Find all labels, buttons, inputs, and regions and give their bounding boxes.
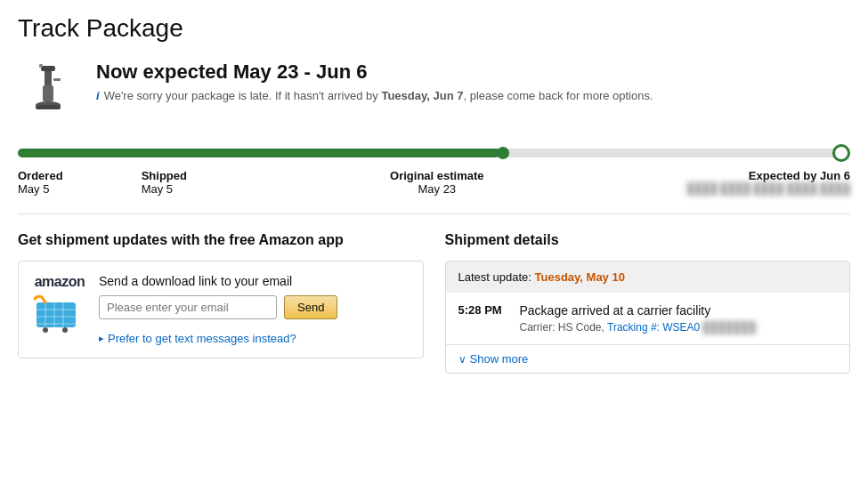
- send-button[interactable]: Send: [284, 295, 337, 319]
- app-promo-box: amazon: [18, 261, 424, 358]
- carrier-label: Carrier: HS Code,: [520, 321, 604, 334]
- label-expected: Expected by Jun 6 ████ ████ ████ ████ ██…: [687, 169, 850, 195]
- shipped-date: May 5: [142, 182, 187, 196]
- delivery-info: Now expected May 23 - Jun 6 i We're sorr…: [96, 60, 653, 102]
- shipment-event: 5:28 PM Package arrived at a carrier fac…: [446, 293, 850, 344]
- cart-icon: [33, 294, 86, 335]
- event-time: 5:28 PM: [458, 303, 507, 317]
- progress-current-dot: [497, 147, 509, 159]
- progress-section: Ordered May 5 Shipped May 5 Original est…: [18, 144, 850, 196]
- shipment-box: Latest update: Tuesday, May 10 5:28 PM P…: [445, 261, 851, 374]
- svg-rect-2: [43, 85, 53, 101]
- email-input[interactable]: [99, 295, 277, 319]
- progress-fill: [18, 149, 500, 157]
- delivery-note-text: We're sorry your package is late. If it …: [104, 89, 653, 102]
- shipped-label: Shipped: [142, 169, 187, 182]
- event-meta: Carrier: HS Code, Tracking #: WSEA0 ████…: [520, 321, 838, 334]
- shipment-details-section: Shipment details Latest update: Tuesday,…: [445, 232, 851, 374]
- show-more-link[interactable]: Show more: [458, 352, 838, 366]
- email-promo: Send a download link to your email Send …: [99, 274, 337, 345]
- section-divider: [18, 213, 850, 214]
- progress-end-dot: [832, 144, 850, 162]
- original-estimate-date: May 23: [390, 182, 483, 196]
- label-ordered: Ordered May 5: [18, 169, 63, 196]
- expected-blurred: ████ ████ ████ ████ ████: [687, 182, 850, 195]
- email-input-row: Send: [99, 295, 337, 319]
- svg-point-15: [62, 327, 68, 333]
- page-title: Track Package: [18, 14, 850, 43]
- app-promo-heading: Get shipment updates with the free Amazo…: [18, 232, 424, 248]
- expected-delivery-headline: Now expected May 23 - Jun 6: [96, 60, 653, 84]
- original-estimate-label: Original estimate: [390, 169, 483, 182]
- tracking-blurred: ███████: [703, 321, 757, 334]
- progress-bar: [18, 144, 850, 162]
- svg-point-14: [43, 327, 48, 333]
- event-details: Package arrived at a carrier facility Ca…: [520, 303, 838, 334]
- amazon-logo-cart: amazon: [33, 274, 86, 335]
- ordered-date: May 5: [18, 182, 63, 196]
- app-promo-section: Get shipment updates with the free Amazo…: [18, 232, 424, 374]
- expected-label: Expected by Jun 6: [687, 169, 850, 182]
- event-title: Package arrived at a carrier facility: [520, 303, 838, 318]
- svg-rect-4: [36, 105, 61, 109]
- ordered-label: Ordered: [18, 169, 63, 182]
- package-icon: [18, 60, 80, 123]
- delivery-note: i We're sorry your package is late. If i…: [96, 89, 653, 102]
- svg-rect-1: [41, 66, 55, 71]
- app-promo-inner: amazon: [33, 274, 409, 345]
- email-promo-label: Send a download link to your email: [99, 274, 337, 288]
- amazon-logo-text: amazon: [35, 274, 85, 290]
- progress-labels: Ordered May 5 Shipped May 5 Original est…: [18, 169, 850, 196]
- info-icon: i: [96, 89, 100, 102]
- tracking-link[interactable]: Tracking #: WSEA0 ███████: [607, 321, 756, 334]
- show-more-row: Show more: [446, 344, 850, 373]
- label-shipped: Shipped May 5: [142, 169, 187, 196]
- latest-update-prefix: Latest update:: [458, 270, 535, 284]
- label-original-estimate: Original estimate May 23: [390, 169, 483, 196]
- latest-update-date: Tuesday, May 10: [535, 270, 625, 284]
- bottom-section: Get shipment updates with the free Amazo…: [18, 232, 850, 374]
- tracking-label: Tracking #: WSEA0: [607, 321, 700, 334]
- shipment-header: Latest update: Tuesday, May 10: [446, 262, 850, 293]
- progress-track: [18, 149, 850, 157]
- shipment-details-heading: Shipment details: [445, 232, 851, 248]
- svg-rect-5: [39, 64, 43, 68]
- svg-rect-6: [53, 78, 61, 81]
- delivery-summary: Now expected May 23 - Jun 6 i We're sorr…: [18, 60, 850, 123]
- text-messages-link[interactable]: Prefer to get text messages instead?: [99, 332, 337, 345]
